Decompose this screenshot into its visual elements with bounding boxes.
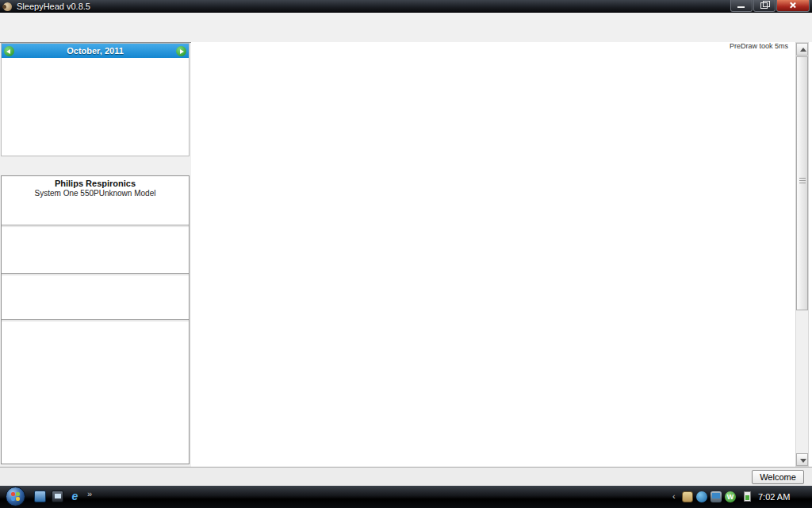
quicklaunch-ie-icon[interactable]: e xyxy=(68,490,82,503)
quicklaunch-overflow-icon[interactable]: » xyxy=(87,489,92,498)
application-window: SleepyHead v0.8.5 October, 2011 Philips … xyxy=(0,0,812,508)
calendar-next-month-icon[interactable] xyxy=(176,46,186,56)
main-tab-bar xyxy=(0,25,812,43)
tray-expand-icon[interactable]: ‹ xyxy=(672,491,676,501)
device-brand: Philips Respironics xyxy=(2,179,189,188)
calendar-month-label: October, 2011 xyxy=(67,46,124,56)
device-model: System One 550PUnknown Model xyxy=(2,189,189,198)
title-bar: SleepyHead v0.8.5 xyxy=(0,0,812,13)
tray-icon-4[interactable]: W xyxy=(725,491,736,502)
tray-clock: 7:02 AM xyxy=(758,486,790,508)
calendar-prev-month-icon[interactable] xyxy=(4,46,14,56)
restore-button[interactable] xyxy=(753,0,776,12)
taskbar: e » ‹ W 7:02 AM xyxy=(0,486,812,508)
minimize-button[interactable] xyxy=(730,0,753,12)
charts-panel: PreDraw took 5ms xyxy=(191,42,812,467)
window-title: SleepyHead v0.8.5 xyxy=(17,2,90,11)
quicklaunch-explorer-icon[interactable] xyxy=(51,490,64,503)
details-panel: Philips Respironics System One 550PUnkno… xyxy=(1,175,190,464)
scroll-down-icon[interactable] xyxy=(796,453,808,466)
calendar: October, 2011 xyxy=(1,43,190,156)
welcome-button[interactable]: Welcome xyxy=(752,470,804,484)
menu-bar xyxy=(0,13,812,25)
calendar-header: October, 2011 xyxy=(2,44,189,58)
tray-battery-icon[interactable] xyxy=(744,491,751,502)
quicklaunch-desktop-icon[interactable] xyxy=(33,490,47,503)
status-bar: Welcome xyxy=(0,467,812,486)
tray-icon-1[interactable] xyxy=(682,491,693,502)
close-button[interactable] xyxy=(776,0,810,12)
app-icon xyxy=(3,2,12,11)
scrollbar[interactable] xyxy=(795,42,809,467)
start-button[interactable] xyxy=(6,487,25,506)
tray-icon-2[interactable] xyxy=(696,491,707,502)
tray-icon-3[interactable] xyxy=(710,491,722,502)
scroll-up-icon[interactable] xyxy=(796,43,808,56)
scrollbar-thumb[interactable] xyxy=(796,56,808,310)
predraw-note: PreDraw took 5ms xyxy=(730,42,788,50)
